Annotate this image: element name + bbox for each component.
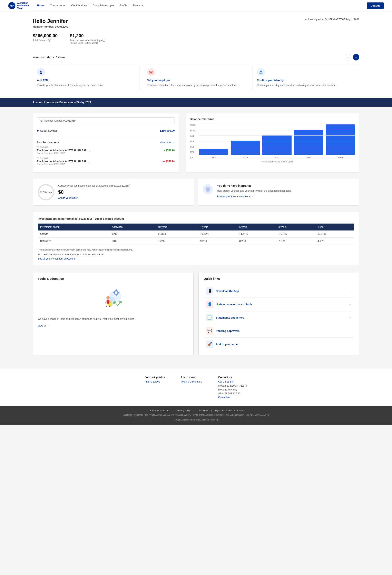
footer-legal-text2: © Australian Retirement Trust. All right…: [174, 418, 218, 422]
footer-tools-link[interactable]: Tools & Calculators: [181, 380, 202, 383]
nav-consolidate[interactable]: Consolidate super: [93, 0, 114, 11]
balance-info-icon[interactable]: i: [48, 39, 51, 42]
investment-allocations-link[interactable]: See all your investment allocations →: [38, 257, 354, 260]
quick-link-add-super[interactable]: 🚀 Add to your super →: [204, 337, 354, 351]
contributions-info-icon[interactable]: i: [129, 185, 131, 187]
card-employer-desc: Receive contributions from your employer…: [147, 83, 245, 87]
col-allocation: Allocation: [109, 224, 155, 231]
insurance-link[interactable]: Review your insurance options →: [217, 195, 292, 198]
nav-rewards[interactable]: Rewards: [133, 0, 143, 11]
footer-pds-link[interactable]: PDS & guides: [145, 380, 165, 383]
card-employer-icon: [147, 68, 155, 76]
footer-mysuper-link[interactable]: MySuper product dashboard: [215, 409, 243, 412]
nav-contributions[interactable]: Contributions: [71, 0, 87, 11]
update-name-icon: 👤: [206, 301, 213, 308]
svg-rect-21: [107, 300, 109, 304]
chart-bar-2022: 2022: [294, 124, 323, 159]
svg-rect-14: [116, 294, 117, 296]
last-login: ✉ Last logged in: 04:38PM AEST 03 August…: [305, 18, 359, 21]
logo: ART Australian Retirement Trust: [8, 2, 29, 10]
carousel-prev-button[interactable]: ←: [345, 54, 351, 60]
contributions-text: Concessional contributions across all ac…: [58, 184, 131, 188]
svg-rect-3: [40, 72, 42, 74]
svg-text:!: !: [42, 70, 43, 72]
footer-legal: Terms and conditions | Privacy policy | …: [0, 406, 392, 425]
tools-desc: We have a range of tools and education a…: [38, 317, 188, 321]
footer-forms-title: Forms & guides: [145, 376, 165, 379]
account-info-banner: Account information Balance as of 5 May …: [0, 98, 392, 107]
table-row: 02/09/2021 Employer contributions AUSTRA…: [37, 146, 175, 154]
quick-links-list: 📱 Download the App → 👤 Update name or da…: [204, 285, 354, 351]
col-7years: 7 years: [198, 224, 237, 231]
last-tx-title: Last transactions: [37, 141, 59, 144]
footer-legal-links: Terms and conditions | Privacy policy | …: [149, 409, 243, 412]
statements-arrow: →: [349, 316, 352, 319]
logout-button[interactable]: Logout: [367, 2, 384, 9]
add-super-arrow: →: [349, 342, 352, 346]
account-list-item: Super Savings $266,000.00: [37, 127, 175, 134]
svg-point-7: [260, 71, 262, 72]
chart-bar-current: Current: [326, 124, 355, 159]
pending-approvals-arrow: →: [349, 329, 352, 333]
footer-contact-link[interactable]: Contact us: [218, 396, 247, 399]
col-5years: 5 years: [237, 224, 276, 231]
table-row: Defensive 38% 9.22% 9.22% 8.20% 7.13% 4.…: [38, 238, 354, 245]
card-identity-desc: Confirm your identity and consider combi…: [257, 83, 355, 87]
view-more-link[interactable]: View more →: [160, 141, 174, 144]
nav-home[interactable]: Home: [37, 0, 44, 11]
balance-chart-panel: Balance over time $120K $100K $80K $60K …: [186, 113, 359, 172]
investment-table: Investment option Allocation 10 years 7 …: [38, 224, 354, 245]
earnings-info-icon[interactable]: i: [103, 39, 105, 42]
svg-line-24: [107, 304, 107, 307]
contributions-panel: $27.5K cap Concessional contributions ac…: [33, 179, 194, 206]
chart-title: Balance over time: [190, 118, 355, 121]
nav-profile[interactable]: Profile: [120, 0, 127, 11]
contributions-ring: $27.5K cap: [38, 184, 54, 200]
email-icon[interactable]: ✉: [305, 18, 307, 21]
col-investment-option: Investment option: [38, 224, 109, 231]
tools-illustration: [99, 285, 127, 313]
main-content: For member number: 902062969 Super Savin…: [0, 107, 392, 369]
chart-bars: 2019 2020 2021 2022: [199, 124, 355, 159]
tools-view-all-link[interactable]: View all →: [38, 324, 188, 327]
footer-disclaimer-link[interactable]: Disclaimer: [198, 409, 208, 412]
card-employer-title: Tell your employer: [147, 79, 245, 82]
footer-terms-link[interactable]: Terms and conditions: [149, 409, 170, 412]
investment-panel: Investment option performance: 902204615…: [33, 212, 359, 265]
card-tfn-title: Add TFN: [37, 79, 135, 82]
quick-links-title: Quick links: [204, 277, 354, 280]
insurance-panel: You don't have insurance Help protect yo…: [198, 179, 359, 206]
tools-title: Tools & education: [38, 277, 188, 280]
chart-bar-2021: 2021: [262, 124, 292, 159]
carousel-controls: ← →: [345, 54, 359, 60]
nav-links: Home Your account Contributions Consolid…: [37, 0, 367, 11]
footer-phone-link[interactable]: Call 13 11 84: [218, 380, 247, 383]
svg-text:ART: ART: [10, 5, 14, 7]
carousel-next-button[interactable]: →: [353, 54, 359, 60]
quick-link-statements[interactable]: 📄 Statements and letters →: [204, 311, 354, 324]
footer-privacy-link[interactable]: Privacy policy: [177, 409, 191, 412]
footer-col-forms: Forms & guides PDS & guides: [145, 376, 165, 400]
card-identity-icon: [257, 68, 265, 76]
card-tfn-desc: Provide your tax file number to complete…: [37, 83, 135, 87]
card-tfn-icon: !: [37, 68, 45, 76]
footer-hours: 8:00am to 6:30pm (AEST), Monday to Frida…: [218, 384, 247, 396]
earnings-period: (Jul 22, 2020 - Jul 21, 2021): [70, 42, 105, 44]
hero-greeting: Hello Jennifer: [33, 18, 68, 24]
statements-label: Statements and letters: [216, 316, 244, 319]
chart-bar-2019: 2019: [199, 124, 228, 159]
quick-link-pending[interactable]: 💬 Pending approvals →: [204, 324, 354, 337]
add-to-super-link[interactable]: Add to your super →: [58, 196, 131, 199]
quick-link-update-name[interactable]: 👤 Update name or date of birth →: [204, 298, 354, 311]
quick-link-download-app[interactable]: 📱 Download the App →: [204, 285, 354, 298]
svg-rect-8: [259, 72, 262, 74]
download-app-icon: 📱: [206, 287, 213, 295]
card-identity-title: Confirm your identity: [257, 79, 355, 82]
account-balance: $266,000.00: [160, 129, 174, 132]
pending-approvals-label: Pending approvals: [216, 329, 240, 333]
nav-your-account[interactable]: Your account: [50, 0, 65, 11]
update-name-label: Update name or date of birth: [216, 303, 252, 306]
chart-wrapper: $120K $100K $80K $60K $40K $20K $0K: [190, 124, 355, 163]
chart-bar-2020: 2020: [231, 124, 260, 159]
table-row: Growth 62% 11.35% 11.35% 11.44% 12.94% 1…: [38, 231, 354, 238]
